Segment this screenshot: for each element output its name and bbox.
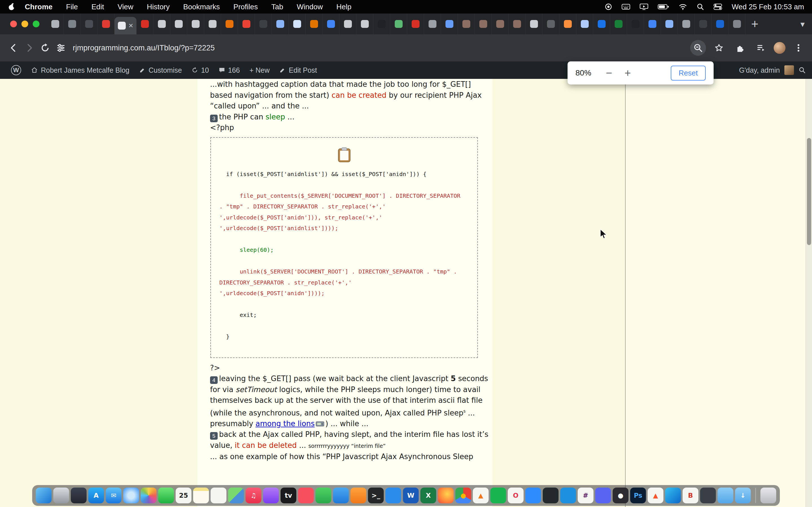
dock-icon-docker[interactable] <box>560 488 576 503</box>
dock-icon-discord[interactable] <box>595 488 611 503</box>
dock-icon-github[interactable] <box>543 488 559 503</box>
menu-bar-item-chrome[interactable]: Chrome <box>18 3 59 11</box>
scrollbar-thumb[interactable] <box>807 138 811 245</box>
close-window-button[interactable] <box>10 20 17 27</box>
fullscreen-window-button[interactable] <box>33 20 40 27</box>
among-the-lions-link[interactable]: among the lions <box>255 419 315 428</box>
browser-tab[interactable] <box>255 13 272 34</box>
dock-icon-chrome[interactable]: ● <box>455 488 471 503</box>
browser-tab[interactable] <box>238 13 255 34</box>
browser-tab[interactable] <box>695 13 712 34</box>
admin-bar-customise[interactable]: Customise <box>134 66 187 74</box>
admin-bar-new[interactable]: + New <box>245 66 274 74</box>
browser-tab[interactable] <box>593 13 610 34</box>
admin-bar-updates[interactable]: 10 <box>187 66 214 74</box>
clipboard-icon[interactable] <box>219 147 469 163</box>
admin-greeting[interactable]: G'day, admin <box>739 66 780 74</box>
browser-tab[interactable] <box>610 13 627 34</box>
dock-icon-trash[interactable] <box>760 488 776 503</box>
dock-icon-vlc[interactable]: ▲ <box>473 488 489 503</box>
browser-tab[interactable] <box>475 13 492 34</box>
dock-icon-transmit[interactable] <box>700 488 716 503</box>
extensions-puzzle-icon[interactable] <box>732 40 748 56</box>
dock-icon-excel[interactable]: X <box>420 488 436 503</box>
browser-tab[interactable] <box>322 13 340 34</box>
dock-icon-app-store[interactable]: A <box>88 488 104 503</box>
dock-icon-photoshop[interactable]: Ps <box>630 488 646 503</box>
site-settings-tune-icon[interactable] <box>53 40 69 56</box>
dock-icon-numbers[interactable] <box>315 488 331 503</box>
active-tab[interactable]: × <box>114 17 137 34</box>
browser-tab[interactable] <box>492 13 509 34</box>
browser-tab[interactable] <box>47 13 64 34</box>
dock-icon-photos[interactable] <box>141 488 156 503</box>
dock-icon-music[interactable]: ♫ <box>246 488 261 503</box>
browser-tab[interactable] <box>559 13 576 34</box>
dock-icon-podcasts[interactable] <box>263 488 279 503</box>
tab-close-icon[interactable]: × <box>129 22 133 30</box>
browser-tab[interactable] <box>509 13 525 34</box>
browser-tab[interactable] <box>289 13 306 34</box>
dock-icon-finder[interactable] <box>36 488 52 503</box>
tab-search-chevron-icon[interactable]: ▾ <box>801 19 812 29</box>
new-tab-button[interactable]: + <box>751 18 758 30</box>
dock-icon-spotify[interactable] <box>490 488 506 503</box>
dock-icon-launchpad[interactable] <box>71 488 87 503</box>
dock-icon-brave[interactable]: ▲ <box>648 488 663 503</box>
zoom-indicator-icon[interactable] <box>690 40 706 56</box>
browser-tab[interactable] <box>728 13 746 34</box>
wifi-icon[interactable] <box>679 3 687 10</box>
keyboard-input-icon[interactable] <box>622 3 630 10</box>
spotlight-icon[interactable] <box>697 3 704 10</box>
apple-logo-icon[interactable] <box>8 3 15 11</box>
menu-bar-item-edit[interactable]: Edit <box>85 3 111 11</box>
browser-tab[interactable] <box>81 13 98 34</box>
dock-icon-obs[interactable]: ● <box>613 488 628 503</box>
browser-tab[interactable] <box>661 13 678 34</box>
dock-icon-maps[interactable] <box>228 488 244 503</box>
admin-search-icon[interactable] <box>799 66 806 74</box>
forward-button[interactable] <box>21 40 37 56</box>
menu-bar-item-bookmarks[interactable]: Bookmarks <box>176 3 227 11</box>
browser-tab[interactable] <box>272 13 289 34</box>
browser-tab[interactable] <box>525 13 543 34</box>
dock-icon-pages[interactable] <box>350 488 366 503</box>
dock-icon-mail[interactable]: ✉ <box>106 488 121 503</box>
profile-avatar[interactable] <box>774 42 785 54</box>
page-scrollbar[interactable] <box>806 79 812 507</box>
dock-icon-keynote[interactable] <box>333 488 349 503</box>
dock-icon-reminders[interactable] <box>211 488 226 503</box>
zoom-in-button[interactable]: + <box>618 68 637 78</box>
browser-tab[interactable] <box>543 13 559 34</box>
admin-avatar[interactable] <box>784 65 794 75</box>
browser-tab[interactable] <box>644 13 661 34</box>
dock-icon-calendar[interactable]: 25 <box>175 488 192 503</box>
dock-icon-slack[interactable]: # <box>578 488 594 503</box>
media-controls-icon[interactable] <box>753 40 769 56</box>
dock-icon-notes[interactable] <box>193 488 209 503</box>
dock-icon-settings[interactable] <box>53 488 69 503</box>
menu-bar-item-help[interactable]: Help <box>329 3 358 11</box>
browser-tab[interactable] <box>441 13 458 34</box>
menu-bar-item-profiles[interactable]: Profiles <box>227 3 265 11</box>
zoom-reset-button[interactable]: Reset <box>671 66 706 80</box>
dock-icon-folder[interactable] <box>718 488 733 503</box>
dock-icon-zoom[interactable] <box>525 488 541 503</box>
admin-bar-site-name[interactable]: Robert James Metcalfe Blog <box>26 66 134 74</box>
bookmark-star-icon[interactable] <box>711 40 727 56</box>
reload-button[interactable] <box>37 40 53 56</box>
back-button[interactable] <box>6 40 21 56</box>
dock-icon-edge[interactable] <box>665 488 681 503</box>
zoom-out-button[interactable]: − <box>600 68 618 78</box>
browser-tab[interactable] <box>424 13 441 34</box>
browser-tab[interactable] <box>98 13 114 34</box>
browser-tab[interactable] <box>712 13 728 34</box>
menu-bar-clock[interactable]: Wed 25 Feb 10:53 am <box>732 3 804 11</box>
browser-tab[interactable] <box>204 13 221 34</box>
menu-bar-item-window[interactable]: Window <box>290 3 329 11</box>
chrome-menu-dots-icon[interactable] <box>791 40 806 56</box>
browser-tab[interactable] <box>340 13 356 34</box>
status-dot-icon[interactable] <box>605 3 612 10</box>
dock-icon-opera[interactable]: O <box>508 488 523 503</box>
browser-tab[interactable] <box>221 13 238 34</box>
